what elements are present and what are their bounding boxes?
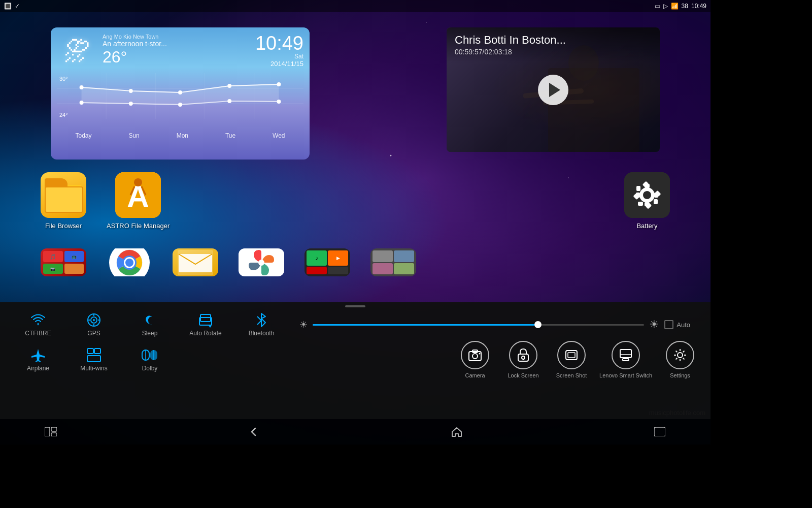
svg-point-34 [643,191,651,199]
svg-point-83 [678,353,683,358]
temp-high: 30° [59,76,68,82]
back-button[interactable] [244,422,264,442]
bluetooth-status-icon: ▷ [663,3,668,10]
app-multi[interactable]: ♪ ▶ [304,248,350,276]
wifi-icon: 📶 [671,3,679,10]
multiwindow-button[interactable] [41,422,61,442]
toggle-gps[interactable]: GPS [66,312,122,337]
brightness-thumb [534,321,542,328]
action-lock-screen[interactable]: Lock Screen [503,341,544,378]
drawer-handle[interactable] [0,302,710,310]
music-title: Chris Botti In Boston... [455,34,652,47]
bluetooth-toggle-label: Bluetooth [249,330,275,337]
svg-point-71 [472,354,478,359]
svg-line-89 [683,358,685,360]
toggle-ctfibre[interactable]: CTFIBRE [10,312,66,337]
auto-checkbox[interactable] [664,320,673,329]
settings-circle [666,341,694,369]
svg-rect-44 [636,186,640,191]
status-right: ▭ ▷ 📶 38 10:49 [655,3,706,10]
toggle-auto-rotate[interactable]: Auto Rotate [178,312,233,337]
day-mon: Mon [177,132,188,139]
settings-action-label: Settings [670,372,690,378]
svg-rect-95 [654,427,665,436]
drawer-row2: Airplane Multi-wins Dolby [0,339,710,380]
multi-wins-label: Multi-wins [80,365,107,372]
svg-rect-92 [45,427,50,436]
svg-line-91 [676,358,678,360]
day-today: Today [75,132,91,139]
cast-icon: ▭ [655,3,660,10]
multiwindow-icon [45,427,57,436]
weather-cloud-icon: ⛈ [64,36,90,67]
weather-description: An afternoon t-stor... [103,40,250,48]
lenovo-icon [619,348,633,362]
status-left: 🔳 ✓ [4,3,20,10]
toggle-sleep[interactable]: Sleep [122,312,178,337]
action-screen-shot[interactable]: Screen Shot [551,341,592,378]
home-button[interactable] [447,422,467,442]
app-astro[interactable]: A ASTRO File Manager [107,172,170,230]
app-chrome[interactable] [107,248,152,276]
file-browser-svg [41,172,86,218]
svg-point-75 [522,356,525,359]
airplane-label: Airplane [27,365,49,372]
drawer-actions: Camera Lock Screen [455,341,700,378]
app-file-browser[interactable]: File Browser [41,172,86,230]
play-triangle-icon [549,83,560,97]
toggle-dolby[interactable]: Dolby [122,347,178,372]
toggle-airplane[interactable]: Airplane [10,347,66,372]
svg-point-50 [125,259,133,267]
brightness-fill [313,324,538,326]
battery-svg [624,172,670,218]
weather-time: 10:49 [255,34,303,53]
app-photos[interactable] [239,248,284,276]
auto-toggle[interactable]: Auto [664,320,690,329]
photos-svg [246,248,277,276]
svg-rect-22 [45,185,82,210]
astro-svg: A [115,172,161,218]
ctfibre-label: CTFIBRE [25,330,51,337]
app-folder2[interactable] [370,248,416,276]
play-button[interactable] [538,75,568,105]
weather-svg-chart [57,73,303,119]
toggle-multi-wins[interactable]: Multi-wins [66,347,122,372]
file-browser-label: File Browser [45,222,82,230]
auto-rotate-label: Auto Rotate [189,330,221,337]
bottom-drawer: CTFIBRE GPS Sleep [0,302,710,419]
svg-line-88 [676,351,678,353]
app-mail[interactable] [173,248,218,276]
brightness-slider[interactable] [313,324,644,326]
astro-label: ASTRO File Manager [107,222,170,230]
app-row-1: File Browser A ASTRO File Manager [41,172,670,230]
weather-widget[interactable]: ⛈ Ang Mo Kio New Town An afternoon t-sto… [51,27,310,160]
lenovo-circle [612,341,640,369]
svg-rect-21 [45,182,65,185]
lock-screen-circle [509,341,537,369]
sleep-label: Sleep [142,330,158,337]
music-thumbnail: Chris Botti In Boston... 00:59:57/02:03:… [447,27,660,152]
toggle-bluetooth[interactable]: Bluetooth [233,312,289,337]
sleep-icon [142,312,157,328]
recents-button[interactable] [650,422,670,442]
svg-rect-78 [568,353,575,358]
app-battery[interactable]: Battery [624,172,670,230]
gps-label: GPS [87,330,100,337]
action-camera[interactable]: Camera [455,341,495,378]
action-settings[interactable]: Settings [660,341,700,378]
mail-icon [173,248,218,276]
svg-rect-94 [51,433,57,436]
action-lenovo-smart-switch[interactable]: Lenovo Smart Switch [599,341,652,378]
screen-shot-label: Screen Shot [556,372,587,378]
lock-screen-icon [516,348,530,362]
camera-icon [468,348,482,362]
weather-day: Sat [255,53,303,60]
back-icon [248,426,259,437]
app-folder1[interactable]: 🎵 📺 📷 [41,248,86,276]
weather-datetime: 10:49 Sat 2014/11/15 [255,34,303,68]
music-player[interactable]: Chris Botti In Boston... 00:59:57/02:03:… [447,27,660,152]
temp-low: 24° [59,112,68,118]
battery-app-icon [624,172,670,218]
lock-screen-label: Lock Screen [507,372,538,378]
astro-icon: A [115,172,161,218]
